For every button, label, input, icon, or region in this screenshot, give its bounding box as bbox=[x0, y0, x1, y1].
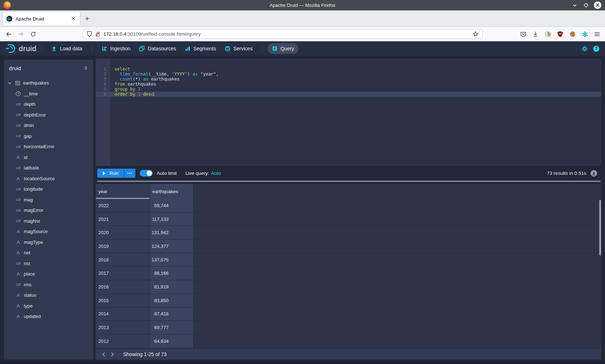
sidebar-column-magType[interactable]: AmagType bbox=[4, 237, 93, 248]
vertical-scrollbar[interactable] bbox=[599, 200, 601, 255]
cell-earthquakes[interactable]: 69,777 bbox=[150, 321, 193, 334]
new-tab-button[interactable]: + bbox=[82, 14, 92, 24]
table-row[interactable]: 2020131,942 bbox=[96, 226, 601, 240]
sidebar-column-depthError[interactable]: 123depthError bbox=[4, 110, 93, 120]
nav-load-data[interactable]: Load data bbox=[47, 43, 86, 54]
pocket-icon[interactable] bbox=[520, 31, 526, 37]
nav-services[interactable]: Services bbox=[220, 43, 257, 54]
asterisk-extension-icon[interactable] bbox=[582, 31, 588, 37]
cell-earthquakes[interactable]: 59,744 bbox=[150, 199, 193, 212]
sidebar-column-horizontalError[interactable]: 123horizontalError bbox=[4, 141, 93, 152]
cell-earthquakes[interactable]: 81,919 bbox=[150, 280, 193, 294]
cell-earthquakes[interactable]: 137,575 bbox=[150, 253, 193, 267]
downloads-icon[interactable] bbox=[533, 31, 538, 37]
tab-close-icon[interactable]: ✕ bbox=[70, 15, 76, 22]
cell-year[interactable]: 2020 bbox=[96, 226, 150, 239]
column-header-earthquakes[interactable]: earthquakes bbox=[150, 184, 193, 199]
cell-earthquakes[interactable]: 83,850 bbox=[150, 294, 193, 307]
table-row[interactable]: 201369,777 bbox=[96, 321, 601, 335]
bookmark-star-icon[interactable] bbox=[472, 31, 479, 37]
sidebar-column-id[interactable]: Aid bbox=[4, 152, 93, 163]
cell-year[interactable]: 2012 bbox=[96, 335, 150, 348]
cell-earthquakes[interactable]: 117,133 bbox=[150, 213, 193, 226]
shield-icon[interactable] bbox=[87, 31, 92, 37]
cookie-icon[interactable] bbox=[569, 31, 576, 37]
table-row[interactable]: 2019124,377 bbox=[96, 240, 601, 253]
sidebar-column-magError[interactable]: 123magError bbox=[4, 205, 93, 216]
reload-icon[interactable] bbox=[29, 30, 37, 38]
insecure-lock-icon[interactable] bbox=[95, 31, 100, 37]
cell-year[interactable]: 2014 bbox=[96, 308, 150, 321]
sidebar-column-magSource[interactable]: AmagSource bbox=[4, 226, 93, 237]
table-row[interactable]: 201487,418 bbox=[96, 308, 601, 321]
cell-year[interactable]: 2016 bbox=[96, 280, 150, 294]
table-row[interactable]: 201583,850 bbox=[96, 294, 601, 308]
window-minimize-icon[interactable] bbox=[572, 2, 578, 9]
sidebar-column-updated[interactable]: Aupdated bbox=[4, 311, 93, 322]
run-button[interactable]: Run bbox=[97, 169, 124, 178]
download-results-icon[interactable] bbox=[591, 170, 597, 177]
nav-segments[interactable]: Segments bbox=[180, 43, 220, 54]
help-icon[interactable]: ? bbox=[593, 46, 599, 52]
sort-icon[interactable] bbox=[84, 65, 88, 70]
druid-logo[interactable]: druid bbox=[5, 44, 36, 54]
auto-limit-toggle[interactable] bbox=[140, 170, 153, 177]
forward-icon[interactable] bbox=[17, 30, 25, 38]
extension-lock-icon[interactable] bbox=[544, 31, 551, 37]
sidebar-column-type[interactable]: Atype bbox=[4, 301, 93, 311]
sidebar-column-nst[interactable]: 123nst bbox=[4, 258, 93, 269]
sidebar-column-net[interactable]: Anet bbox=[4, 247, 93, 258]
cell-earthquakes[interactable]: 64,634 bbox=[150, 335, 193, 348]
sql-editor[interactable]: 1select2 time_format(__time, 'YYYY') as … bbox=[96, 59, 601, 166]
sidebar-column-dmin[interactable]: 123dmin bbox=[4, 120, 93, 131]
table-row[interactable]: 201264,634 bbox=[96, 335, 601, 348]
browser-tab[interactable]: Apache Druid ✕ bbox=[3, 12, 80, 26]
url-bar[interactable]: 172.18.0.4:30109/unified-console.html#qu… bbox=[83, 29, 483, 39]
horizontal-scrollbar[interactable] bbox=[97, 181, 601, 182]
cell-earthquakes[interactable]: 124,377 bbox=[150, 240, 193, 253]
sidebar-column-gap[interactable]: 123gap bbox=[4, 131, 93, 142]
chevron-down-icon[interactable] bbox=[7, 81, 14, 86]
cell-year[interactable]: 2019 bbox=[96, 240, 150, 253]
cell-year[interactable]: 2018 bbox=[96, 253, 150, 267]
table-row[interactable]: 2021117,133 bbox=[96, 213, 601, 226]
sidebar-column-longitude[interactable]: 123longitude bbox=[4, 184, 93, 195]
table-row[interactable]: 202259,744 bbox=[96, 199, 601, 213]
window-close-icon[interactable]: ✕ bbox=[594, 1, 601, 9]
table-row[interactable]: 201786,166 bbox=[96, 267, 601, 280]
table-row[interactable]: 2018137,575 bbox=[96, 253, 601, 267]
sidebar-column-place[interactable]: Aplace bbox=[4, 269, 93, 279]
table-row[interactable]: 201681,919 bbox=[96, 280, 601, 294]
next-page-icon[interactable] bbox=[108, 350, 117, 359]
nav-query[interactable]: Query bbox=[268, 43, 299, 54]
cell-year[interactable]: 2021 bbox=[96, 213, 150, 226]
run-more-button[interactable]: ••• bbox=[124, 169, 136, 178]
sidebar-column-depth[interactable]: 123depth bbox=[4, 99, 93, 110]
sidebar-column-latitude[interactable]: 123latitude bbox=[4, 163, 93, 173]
nav-ingestion[interactable]: Ingestion bbox=[97, 43, 135, 54]
sidebar-column-status[interactable]: Astatus bbox=[4, 290, 93, 301]
ublock-icon[interactable]: UO bbox=[557, 31, 563, 37]
nav-datasources[interactable]: Datasources bbox=[135, 43, 180, 54]
cell-year[interactable]: 2013 bbox=[96, 321, 150, 334]
sidebar-column-__time[interactable]: __time bbox=[4, 88, 93, 99]
live-query-value[interactable]: Auto bbox=[211, 170, 221, 176]
column-header-year[interactable]: year bbox=[96, 184, 150, 199]
menu-hamburger-icon[interactable] bbox=[594, 32, 600, 37]
window-title-bar[interactable]: Apache Druid — Mozilla Firefox ✕ bbox=[0, 0, 605, 10]
cell-earthquakes[interactable]: 87,418 bbox=[150, 308, 193, 321]
back-icon[interactable] bbox=[4, 30, 13, 38]
window-maximize-icon[interactable] bbox=[583, 2, 589, 9]
cell-earthquakes[interactable]: 86,166 bbox=[150, 267, 193, 280]
sidebar-datasource-earthquakes[interactable]: earthquakes bbox=[4, 78, 93, 88]
cell-earthquakes[interactable]: 131,942 bbox=[150, 226, 193, 239]
sidebar-column-mag[interactable]: 123mag bbox=[4, 195, 93, 205]
sidebar-column-rms[interactable]: 123rms bbox=[4, 279, 93, 290]
sidebar-column-magNst[interactable]: 123magNst bbox=[4, 216, 93, 227]
prev-page-icon[interactable] bbox=[99, 350, 108, 359]
sidebar-column-locationSource[interactable]: AlocationSource bbox=[4, 173, 93, 184]
settings-gear-icon[interactable] bbox=[582, 46, 588, 52]
cell-year[interactable]: 2015 bbox=[96, 294, 150, 307]
cell-year[interactable]: 2022 bbox=[96, 199, 150, 212]
cell-year[interactable]: 2017 bbox=[96, 267, 150, 280]
